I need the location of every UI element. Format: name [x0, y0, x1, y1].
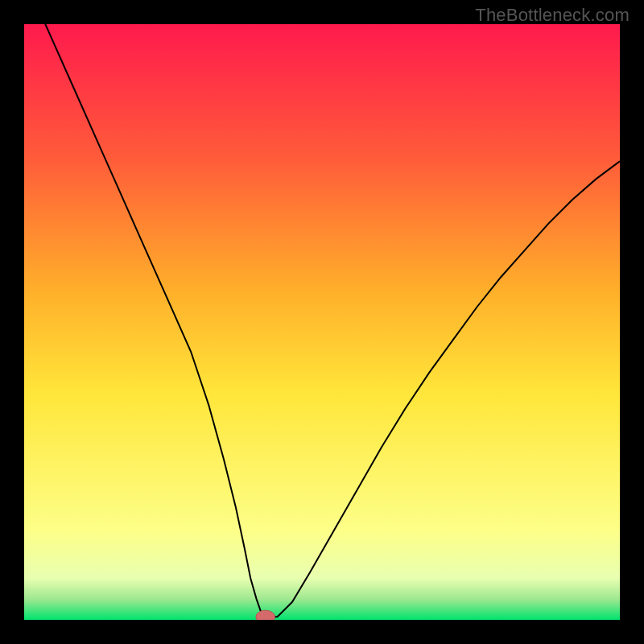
chart-frame: TheBottleneck.com — [0, 0, 644, 644]
watermark-text: TheBottleneck.com — [475, 5, 630, 26]
gradient-background — [24, 24, 620, 620]
bottleneck-plot — [24, 24, 620, 620]
